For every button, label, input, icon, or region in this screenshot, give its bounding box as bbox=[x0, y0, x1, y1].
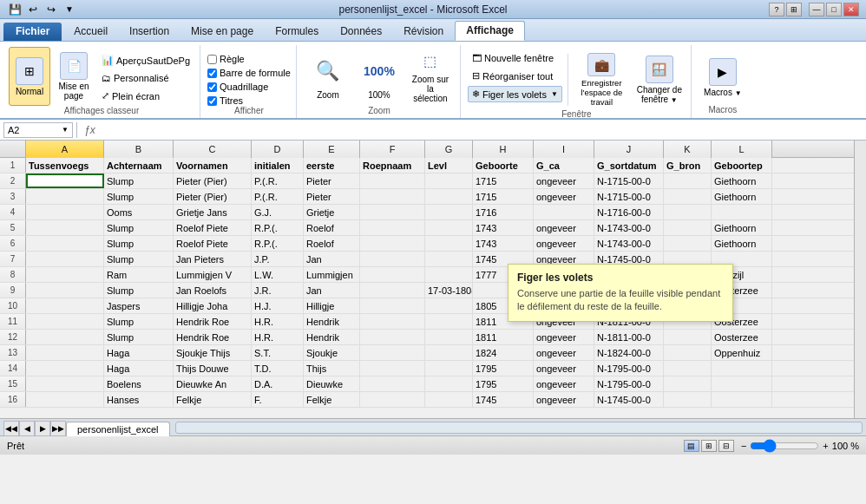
col-header-A[interactable]: A bbox=[26, 141, 104, 158]
cell[interactable]: Dieuwke bbox=[304, 376, 360, 391]
row-number[interactable]: 8 bbox=[0, 267, 26, 282]
cell[interactable] bbox=[26, 236, 104, 251]
cell[interactable]: N-1811-00-0 bbox=[594, 330, 664, 344]
cell[interactable]: Hendrik Roe bbox=[174, 314, 252, 329]
cell[interactable]: Giethoorn bbox=[712, 236, 772, 251]
cell[interactable]: Levl bbox=[425, 158, 473, 173]
cell[interactable]: P.(.R. bbox=[252, 189, 304, 204]
cell[interactable]: 17-03-1808 bbox=[425, 283, 473, 298]
cell[interactable] bbox=[26, 205, 104, 219]
cell[interactable]: Slump bbox=[104, 220, 174, 235]
cell[interactable]: T.D. bbox=[252, 361, 304, 376]
col-header-F[interactable]: F bbox=[360, 141, 425, 158]
tab-formules[interactable]: Formules bbox=[265, 23, 329, 41]
vertical-scrollbar[interactable] bbox=[854, 141, 866, 418]
cell[interactable] bbox=[360, 173, 425, 188]
cell[interactable] bbox=[425, 267, 473, 282]
tab-donnees[interactable]: Données bbox=[330, 23, 392, 41]
cell[interactable] bbox=[360, 283, 425, 298]
cell[interactable] bbox=[664, 205, 712, 219]
cell[interactable]: ongeveer bbox=[534, 361, 594, 376]
cell[interactable]: Hendrik bbox=[304, 330, 360, 344]
cell[interactable] bbox=[664, 220, 712, 235]
cell[interactable]: Geboorte bbox=[473, 158, 534, 173]
cell[interactable]: F. bbox=[252, 392, 304, 407]
cell[interactable] bbox=[664, 392, 712, 407]
row-number[interactable]: 15 bbox=[0, 376, 26, 391]
row-number[interactable]: 10 bbox=[0, 298, 26, 313]
cell[interactable] bbox=[712, 392, 772, 407]
cell[interactable]: N-1715-00-0 bbox=[594, 173, 664, 188]
cell[interactable]: Slump bbox=[104, 189, 174, 204]
cell[interactable] bbox=[425, 314, 473, 329]
cell[interactable]: Hanses bbox=[104, 392, 174, 407]
cell[interactable] bbox=[360, 205, 425, 219]
row-number[interactable]: 2 bbox=[0, 173, 26, 188]
cell[interactable] bbox=[26, 220, 104, 235]
cell[interactable]: initialen bbox=[252, 158, 304, 173]
cell[interactable]: Slump bbox=[104, 236, 174, 251]
macros-button[interactable]: ▶ Macros ▼ bbox=[699, 50, 747, 105]
enregistrer-espace-button[interactable]: 💼 Enregistrerl'espace de travail bbox=[574, 50, 630, 109]
tab-revision[interactable]: Révision bbox=[393, 23, 454, 41]
cell[interactable]: Sjoukje Thijs bbox=[174, 345, 252, 360]
sheet-nav-prev[interactable]: ◀ bbox=[19, 421, 35, 436]
close-button[interactable]: ✕ bbox=[843, 3, 859, 16]
cell[interactable] bbox=[425, 330, 473, 344]
reorganiser-tout-button[interactable]: ⊟ Réorganiser tout bbox=[468, 68, 562, 84]
cell[interactable]: Jan bbox=[304, 252, 360, 266]
cell[interactable]: Jan Pieters bbox=[174, 252, 252, 266]
figer-volets-button[interactable]: ❄ Figer les volets ▼ bbox=[468, 86, 562, 102]
tab-insertion[interactable]: Insertion bbox=[119, 23, 180, 41]
cell[interactable] bbox=[664, 236, 712, 251]
cell[interactable]: Pieter bbox=[304, 189, 360, 204]
row-number[interactable]: 12 bbox=[0, 330, 26, 344]
col-header-C[interactable]: C bbox=[174, 141, 252, 158]
cell[interactable]: J.R. bbox=[252, 283, 304, 298]
cell[interactable] bbox=[425, 298, 473, 313]
cell[interactable]: Giethoorn bbox=[712, 173, 772, 188]
options-button[interactable]: ⊞ bbox=[786, 3, 802, 16]
row-number[interactable]: 6 bbox=[0, 236, 26, 251]
cell[interactable] bbox=[425, 345, 473, 360]
cell[interactable]: ongeveer bbox=[534, 189, 594, 204]
mise-en-page-button[interactable]: 📄 Mise enpage bbox=[53, 47, 95, 106]
cell[interactable]: N-1743-00-0 bbox=[594, 236, 664, 251]
cell[interactable] bbox=[360, 220, 425, 235]
row-number[interactable]: 4 bbox=[0, 205, 26, 219]
cell[interactable]: P.(.R. bbox=[252, 173, 304, 188]
cell[interactable]: Jaspers bbox=[104, 298, 174, 313]
cell[interactable]: 1795 bbox=[473, 361, 534, 376]
cell[interactable]: Roelof Piete bbox=[174, 220, 252, 235]
zoom-minus[interactable]: − bbox=[741, 441, 746, 451]
row-number[interactable]: 3 bbox=[0, 189, 26, 204]
cell[interactable]: Oppenhuiz bbox=[712, 345, 772, 360]
cell[interactable] bbox=[360, 330, 425, 344]
save-button[interactable]: 💾 bbox=[7, 2, 23, 17]
cell[interactable]: Slump bbox=[104, 252, 174, 266]
maximize-button[interactable]: □ bbox=[826, 3, 842, 16]
cell[interactable]: N-1743-00-0 bbox=[594, 220, 664, 235]
cell[interactable] bbox=[26, 361, 104, 376]
cell[interactable]: N-1745-00-0 bbox=[594, 392, 664, 407]
cell[interactable]: Jan Roelofs bbox=[174, 283, 252, 298]
cell[interactable]: 1743 bbox=[473, 236, 534, 251]
redo-button[interactable]: ↪ bbox=[43, 2, 59, 17]
cell[interactable] bbox=[664, 361, 712, 376]
col-header-G[interactable]: G bbox=[425, 141, 473, 158]
cell[interactable]: H.R. bbox=[252, 314, 304, 329]
tab-accueil[interactable]: Accueil bbox=[63, 23, 118, 41]
cell[interactable] bbox=[664, 345, 712, 360]
cell[interactable]: Geboortep bbox=[712, 158, 772, 173]
zoom-plus[interactable]: + bbox=[823, 441, 828, 451]
cell[interactable]: 1824 bbox=[473, 345, 534, 360]
cell[interactable]: R.P.(. bbox=[252, 236, 304, 251]
page-layout-button[interactable]: ⊞ bbox=[701, 440, 717, 452]
row-number[interactable]: 16 bbox=[0, 392, 26, 407]
cell[interactable]: Roepnaam bbox=[360, 158, 425, 173]
cell[interactable]: 1716 bbox=[473, 205, 534, 219]
cell[interactable]: N-1716-00-0 bbox=[594, 205, 664, 219]
col-header-B[interactable]: B bbox=[104, 141, 174, 158]
normal-button[interactable]: ⊞ Normal bbox=[9, 47, 50, 106]
cell[interactable]: Jan bbox=[304, 283, 360, 298]
